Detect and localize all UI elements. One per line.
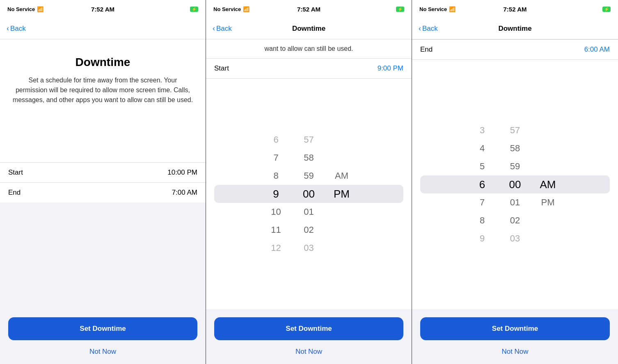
p3-min-59: 59: [499, 157, 531, 175]
nav-bar-3: ‹ Back Downtime: [412, 18, 618, 39]
signal-text-1: No Service: [7, 6, 35, 12]
panel2-content: want to allow can still be used. Start 9…: [206, 39, 412, 309]
minute-picker-2[interactable]: 57 58 59 00 01 02 03: [293, 131, 325, 257]
end-value-3: 6:00 AM: [584, 46, 610, 54]
bottom-area-2: Set Downtime Not Now: [206, 309, 412, 364]
back-button-2[interactable]: ‹ Back: [213, 24, 232, 33]
p3-period-empty3: [531, 157, 564, 175]
start-value-1: 10:00 PM: [167, 168, 197, 177]
start-label-1: Start: [8, 168, 23, 177]
p3-hour-6-selected: 6: [466, 175, 499, 193]
min-01: 01: [293, 203, 325, 221]
start-row-2[interactable]: Start 9:00 PM: [206, 59, 412, 78]
status-signal-2: No Service 📶: [213, 6, 249, 12]
p3-min-00-selected: 00: [499, 175, 531, 193]
panel-1: No Service 📶 7:52 AM ⚡ ‹ Back Downtime S…: [0, 0, 206, 364]
p3-period-empty2: [531, 139, 564, 157]
period-empty2: [325, 221, 358, 239]
status-bar-1: No Service 📶 7:52 AM ⚡: [0, 0, 206, 18]
p3-hour-3: 3: [466, 121, 499, 139]
not-now-button-1[interactable]: Not Now: [89, 346, 116, 357]
status-time-3: 7:52 AM: [504, 6, 527, 13]
p3-min-02: 02: [499, 212, 531, 230]
end-row-1[interactable]: End 7:00 AM: [0, 183, 206, 202]
period-am: AM: [325, 167, 358, 185]
set-downtime-button-1[interactable]: Set Downtime: [8, 317, 197, 340]
period-picker-3[interactable]: AM PM: [531, 121, 564, 248]
picker-columns-3[interactable]: 3 4 5 6 7 8 9 57 58 59 00 01: [412, 121, 618, 248]
minute-picker-3[interactable]: 57 58 59 00 01 02 03: [499, 121, 531, 248]
panel2-inner: want to allow can still be used. Start 9…: [206, 39, 412, 309]
chevron-left-icon-2: ‹: [213, 24, 215, 33]
nav-bar-1: ‹ Back: [0, 18, 206, 39]
min-00-selected: 00: [293, 185, 325, 203]
p3-min-03: 03: [499, 230, 531, 248]
not-now-button-2[interactable]: Not Now: [295, 346, 322, 357]
battery-icon-2: ⚡: [396, 7, 404, 12]
p3-period-pm: PM: [531, 193, 564, 212]
signal-text-2: No Service: [213, 6, 241, 12]
not-now-button-3[interactable]: Not Now: [501, 346, 528, 357]
chevron-left-icon-3: ‹: [419, 24, 421, 33]
battery-icon-3: ⚡: [602, 7, 611, 12]
back-label-3: Back: [422, 25, 438, 33]
panel-2: No Service 📶 7:52 AM ⚡ ‹ Back Downtime w…: [206, 0, 412, 364]
panel1-content: Downtime Set a schedule for time away fr…: [0, 39, 206, 309]
status-signal-3: No Service 📶: [419, 6, 455, 12]
back-button-1[interactable]: ‹ Back: [7, 24, 26, 33]
intro-section: Downtime Set a schedule for time away fr…: [0, 39, 206, 162]
scrolled-text-2: want to allow can still be used.: [206, 39, 412, 58]
hour-8: 8: [260, 167, 293, 185]
p3-period-empty1: [531, 121, 564, 139]
min-03: 03: [293, 239, 325, 257]
hour-picker-3[interactable]: 3 4 5 6 7 8 9: [466, 121, 499, 248]
p3-hour-9: 9: [466, 230, 499, 248]
status-battery-2: ⚡: [396, 7, 404, 12]
min-58: 58: [293, 149, 325, 167]
status-bar-3: No Service 📶 7:52 AM ⚡: [412, 0, 618, 18]
status-battery-3: ⚡: [602, 7, 611, 12]
back-label-1: Back: [10, 25, 26, 33]
start-row-1[interactable]: Start 10:00 PM: [0, 163, 206, 182]
period-pm-selected: PM: [325, 185, 358, 203]
panel-3: No Service 📶 7:52 AM ⚡ ‹ Back Downtime E…: [412, 0, 618, 364]
p3-period-empty4: [531, 212, 564, 230]
wifi-icon-1: 📶: [37, 6, 43, 12]
period-am-faded: [325, 131, 358, 149]
status-battery-1: ⚡: [190, 7, 198, 12]
set-downtime-button-2[interactable]: Set Downtime: [214, 317, 403, 340]
p3-min-58: 58: [499, 139, 531, 157]
min-02: 02: [293, 221, 325, 239]
nav-bar-2: ‹ Back Downtime: [206, 18, 412, 39]
status-bar-2: No Service 📶 7:52 AM ⚡: [206, 0, 412, 18]
back-button-3[interactable]: ‹ Back: [419, 24, 438, 33]
hour-7: 7: [260, 149, 293, 167]
start-value-2: 9:00 PM: [378, 64, 403, 73]
p3-min-01: 01: [499, 193, 531, 212]
p3-min-57: 57: [499, 121, 531, 139]
end-label-1: End: [8, 189, 21, 197]
p3-hour-7: 7: [466, 193, 499, 212]
min-59: 59: [293, 167, 325, 185]
end-value-1: 7:00 AM: [172, 189, 197, 197]
p3-hour-8: 8: [466, 212, 499, 230]
picker-columns-2[interactable]: 6 7 8 9 10 11 12 57 58 59 00 01: [206, 131, 412, 257]
chevron-left-icon-1: ‹: [7, 24, 9, 33]
hour-9-selected: 9: [260, 185, 293, 203]
status-time-2: 7:52 AM: [297, 6, 320, 13]
panel3-content: End 6:00 AM 3 4 5 6 7 8 9: [412, 39, 618, 309]
period-am-faded2: [325, 149, 358, 167]
bottom-area-3: Set Downtime Not Now: [412, 309, 618, 364]
end-row-3[interactable]: End 6:00 AM: [412, 40, 618, 59]
hour-10: 10: [260, 203, 293, 221]
set-downtime-button-3[interactable]: Set Downtime: [420, 317, 610, 340]
hour-11: 11: [260, 221, 293, 239]
p3-hour-4: 4: [466, 139, 499, 157]
period-picker-2[interactable]: AM PM: [325, 131, 358, 257]
back-label-2: Back: [216, 25, 232, 33]
end-label-3: End: [420, 46, 433, 54]
hour-picker-2[interactable]: 6 7 8 9 10 11 12: [260, 131, 293, 257]
hour-12: 12: [260, 239, 293, 257]
start-label-2: Start: [214, 64, 229, 73]
nav-title-3: Downtime: [498, 25, 531, 33]
